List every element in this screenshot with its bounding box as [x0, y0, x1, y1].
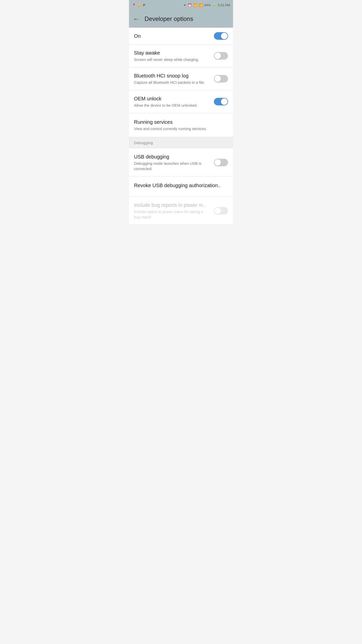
debugging-list: USB debugging Debugging mode launches wh… [129, 148, 233, 225]
p-icon: P [143, 3, 145, 7]
setting-bug-reports-text: Include bug reports in power m.. Include… [134, 202, 214, 220]
usb-debugging-toggle[interactable] [214, 159, 228, 166]
alarm-icon: ⏰ [188, 3, 192, 7]
master-toggle-section: On [129, 28, 233, 45]
location-icon: 📍 [132, 3, 136, 7]
setting-bluetooth-hci-title: Bluetooth HCI snoop log [134, 72, 209, 79]
page-title: Developer options [145, 15, 193, 22]
bug-reports-title: Include bug reports in power m.. [134, 202, 209, 208]
setting-bluetooth-hci[interactable]: Bluetooth HCI snoop log Capture all Blue… [129, 67, 233, 90]
setting-stay-awake-text: Stay awake Screen will never sleep while… [134, 50, 214, 62]
bluetooth-hci-slider [214, 75, 228, 83]
debugging-label: Debugging [134, 141, 153, 145]
oem-unlock-slider [214, 98, 228, 105]
usb-debugging-slider [214, 159, 228, 166]
running-services-subtitle: View and control currently running servi… [134, 126, 228, 131]
setting-bug-reports[interactable]: Include bug reports in power m.. Include… [129, 197, 233, 225]
debugging-section-header: Debugging [129, 137, 233, 148]
setting-oem-unlock-text: OEM unlock Allow the device to be OEM un… [134, 95, 214, 108]
usb-debugging-subtitle: Debugging mode launches when USB is conn… [134, 161, 209, 171]
oem-unlock-toggle[interactable] [214, 98, 228, 105]
bluetooth-hci-toggle[interactable] [214, 75, 228, 83]
setting-oem-unlock-title: OEM unlock [134, 95, 209, 102]
status-bar-right: ✦ ⏰ 📶 📶 94% 🔋 5:31 PM [184, 3, 230, 7]
status-bar-left: 📍 🔑 P [132, 3, 145, 7]
setting-bluetooth-hci-subtitle: Capture all Bluetooth HCI packets in a f… [134, 80, 209, 85]
setting-usb-debugging[interactable]: USB debugging Debugging mode launches wh… [129, 148, 233, 177]
battery-level: 94% [204, 3, 211, 7]
setting-bluetooth-hci-text: Bluetooth HCI snoop log Capture all Blue… [134, 72, 214, 85]
status-bar: 📍 🔑 P ✦ ⏰ 📶 📶 94% 🔋 5:31 PM [129, 0, 233, 10]
setting-revoke-usb[interactable]: Revoke USB debugging authorization.. [129, 177, 233, 197]
stay-awake-slider [214, 52, 228, 60]
key-icon: 🔑 [138, 3, 142, 7]
bug-reports-subtitle: Include option in power menu for taking … [134, 209, 209, 220]
setting-stay-awake-subtitle: Screen will never sleep while charging. [134, 57, 209, 62]
revoke-usb-title: Revoke USB debugging authorization.. [134, 182, 228, 189]
battery-icon: 🔋 [212, 3, 216, 7]
setting-oem-unlock-subtitle: Allow the device to be OEM unlocked. [134, 103, 209, 108]
master-toggle-label: On [134, 33, 141, 39]
stay-awake-toggle[interactable] [214, 52, 228, 60]
page-header: ← Developer options [129, 10, 233, 28]
bug-reports-toggle[interactable] [214, 207, 228, 215]
setting-usb-debugging-text: USB debugging Debugging mode launches wh… [134, 153, 214, 171]
master-toggle-slider [214, 32, 228, 40]
running-services-title: Running services [134, 119, 228, 125]
usb-debugging-title: USB debugging [134, 153, 209, 160]
signal-icon: 📶 [199, 3, 203, 7]
time-display: 5:31 PM [218, 3, 230, 7]
back-button[interactable]: ← [133, 15, 140, 23]
setting-oem-unlock[interactable]: OEM unlock Allow the device to be OEM un… [129, 90, 233, 113]
setting-running-services[interactable]: Running services View and control curren… [129, 113, 233, 137]
setting-stay-awake-title: Stay awake [134, 50, 209, 56]
settings-list: Stay awake Screen will never sleep while… [129, 45, 233, 137]
setting-stay-awake[interactable]: Stay awake Screen will never sleep while… [129, 45, 233, 67]
bluetooth-icon: ✦ [184, 3, 186, 7]
bug-reports-slider [214, 207, 228, 215]
wifi-icon: 📶 [193, 3, 197, 7]
master-toggle[interactable] [214, 32, 228, 40]
